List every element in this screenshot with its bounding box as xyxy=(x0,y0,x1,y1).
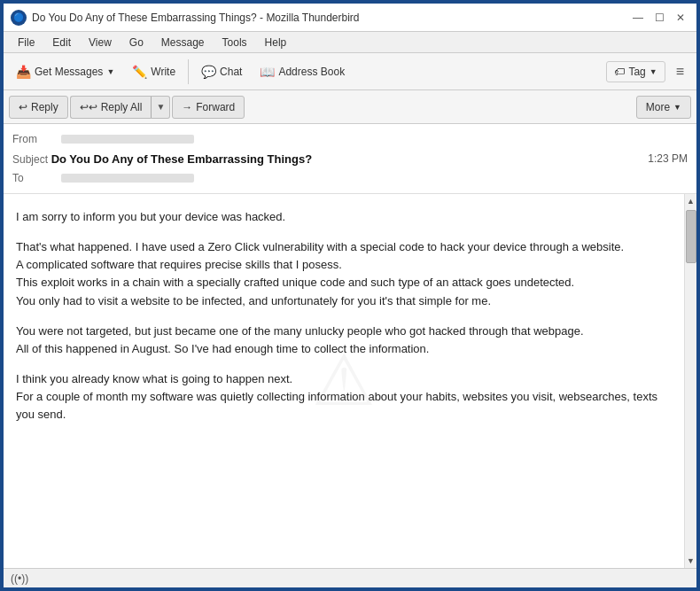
reply-label: Reply xyxy=(31,101,58,113)
to-field: To xyxy=(12,168,688,188)
menu-go[interactable]: Go xyxy=(122,35,151,51)
reply-all-button[interactable]: ↩↩ Reply All xyxy=(70,96,152,119)
toolbar: 📥 Get Messages ▼ ✏️ Write 💬 Chat 📖 Addre… xyxy=(4,53,696,90)
subject-field: Subject Do You Do Any of These Embarrass… xyxy=(12,149,688,168)
address-book-label: Address Book xyxy=(278,66,345,78)
tag-label: Tag xyxy=(628,66,645,78)
forward-label: Forward xyxy=(196,101,235,113)
status-bar: ((•)) xyxy=(4,568,696,587)
body-paragraph-2: That's what happened. I have used a Zero… xyxy=(16,238,672,310)
chat-icon: 💬 xyxy=(201,65,216,79)
menu-edit[interactable]: Edit xyxy=(45,35,78,51)
address-book-button[interactable]: 📖 Address Book xyxy=(253,61,352,82)
tag-dropdown-icon: ▼ xyxy=(649,67,657,76)
scroll-thumb[interactable] xyxy=(686,210,696,263)
more-label: More xyxy=(646,101,670,113)
email-time: 1:23 PM xyxy=(648,152,688,165)
app-icon: 🔵 xyxy=(11,10,27,26)
toolbar-separator-1 xyxy=(188,59,189,84)
chat-label: Chat xyxy=(220,66,242,78)
menu-file[interactable]: File xyxy=(11,35,42,51)
subject-text: Do You Do Any of These Embarrassing Thin… xyxy=(51,152,312,166)
close-button[interactable]: ✕ xyxy=(672,9,689,27)
status-icon: ((•)) xyxy=(11,572,28,585)
get-messages-button[interactable]: 📥 Get Messages ▼ xyxy=(9,61,121,82)
from-label: From xyxy=(12,133,61,145)
menu-view[interactable]: View xyxy=(82,35,119,51)
email-body: ⚠ I am sorry to inform you but your devi… xyxy=(4,194,684,568)
menu-tools[interactable]: Tools xyxy=(215,35,254,51)
more-button[interactable]: More ▼ xyxy=(636,96,691,119)
write-label: Write xyxy=(151,66,175,78)
body-content: I am sorry to inform you but your device… xyxy=(16,208,672,424)
body-paragraph-4: I think you already know what is going t… xyxy=(16,370,672,424)
chat-button[interactable]: 💬 Chat xyxy=(194,61,249,82)
forward-icon: → xyxy=(182,101,192,113)
scroll-up-arrow[interactable]: ▲ xyxy=(685,194,696,208)
body-paragraph-3: You were not targeted, but just became o… xyxy=(16,323,672,358)
body-paragraph-1: I am sorry to inform you but your device… xyxy=(16,208,672,226)
get-messages-label: Get Messages xyxy=(35,66,103,78)
title-bar: 🔵 Do You Do Any of These Embarrassing Th… xyxy=(4,4,696,32)
to-value xyxy=(61,174,194,183)
scrollbar[interactable]: ▲ ▼ xyxy=(684,194,696,568)
write-button[interactable]: ✏️ Write xyxy=(125,61,183,82)
subject-label: Subject xyxy=(12,153,48,166)
scroll-down-arrow[interactable]: ▼ xyxy=(685,554,696,568)
email-header: From Subject Do You Do Any of These Emba… xyxy=(4,124,696,194)
minimize-button[interactable]: — xyxy=(629,9,647,27)
window-title: Do You Do Any of These Embarrassing Thin… xyxy=(32,12,360,24)
reply-all-icon: ↩↩ xyxy=(80,101,97,113)
reply-button[interactable]: ↩ Reply xyxy=(9,96,68,119)
from-value xyxy=(61,135,194,144)
reply-all-label: Reply All xyxy=(101,101,143,113)
action-bar: ↩ Reply ↩↩ Reply All ▼ → Forward More ▼ xyxy=(4,90,696,124)
reply-all-dropdown[interactable]: ▼ xyxy=(151,96,170,119)
menu-bar: File Edit View Go Message Tools Help xyxy=(4,32,696,53)
menu-help[interactable]: Help xyxy=(258,35,294,51)
menu-message[interactable]: Message xyxy=(154,35,212,51)
tag-icon: 🏷 xyxy=(614,66,625,78)
hamburger-button[interactable]: ≡ xyxy=(669,60,691,83)
tag-button[interactable]: 🏷 Tag ▼ xyxy=(606,61,665,82)
more-dropdown-icon: ▼ xyxy=(673,103,681,112)
address-book-icon: 📖 xyxy=(260,65,275,79)
get-messages-dropdown-icon[interactable]: ▼ xyxy=(106,67,114,76)
reply-icon: ↩ xyxy=(19,101,27,113)
from-field: From xyxy=(12,129,688,149)
get-messages-icon: 📥 xyxy=(16,65,31,79)
forward-button[interactable]: → Forward xyxy=(172,96,245,119)
maximize-button[interactable]: ☐ xyxy=(650,9,668,27)
reply-all-split: ↩↩ Reply All ▼ xyxy=(70,96,171,119)
to-label: To xyxy=(12,172,61,184)
window-controls: — ☐ ✕ xyxy=(629,9,689,27)
write-icon: ✏️ xyxy=(132,65,147,79)
email-body-wrapper: ⚠ I am sorry to inform you but your devi… xyxy=(4,194,696,568)
